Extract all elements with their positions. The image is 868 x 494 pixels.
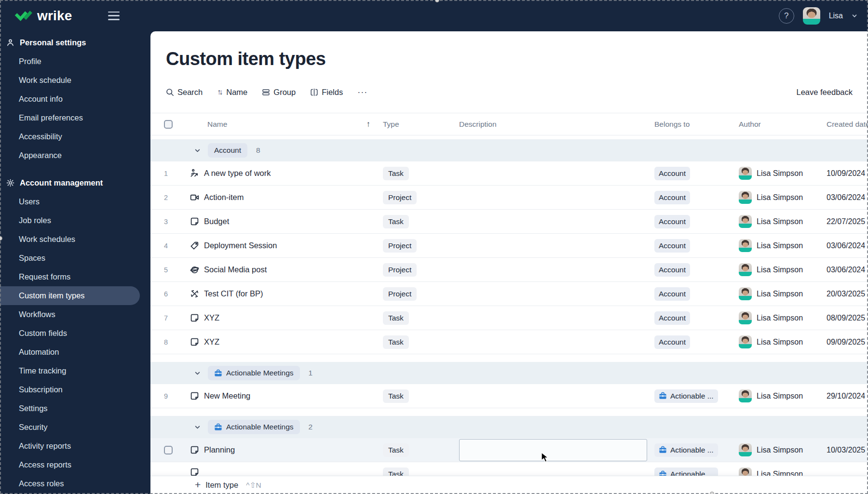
- row-created-date-cell: 03/06/2024: [827, 266, 868, 274]
- sort-ascending-icon[interactable]: ↑: [366, 120, 371, 129]
- sidebar-item-label: Work schedules: [19, 235, 75, 244]
- sidebar-item-work-schedule[interactable]: Work schedule: [0, 71, 150, 90]
- chevron-down-icon: [194, 424, 201, 430]
- table-row[interactable]: 1A new type of workTaskAccountLisa Simps…: [150, 161, 868, 186]
- sidebar-item-accessibility[interactable]: Accessibility: [0, 127, 150, 146]
- menu-icon[interactable]: [108, 12, 120, 20]
- search-button[interactable]: Search: [166, 88, 203, 97]
- type-badge: Task: [383, 443, 409, 457]
- table-row[interactable]: TaskActionable ...Lisa Simpson: [150, 462, 868, 476]
- item-name: A new type of work: [204, 169, 271, 178]
- belongs-to-chip: Account: [654, 215, 690, 228]
- sidebar-item-time-tracking[interactable]: Time tracking: [0, 361, 150, 380]
- table-row[interactable]: 8XYZTaskAccountLisa Simpson09/09/2025: [150, 330, 868, 354]
- sidebar-item-automation[interactable]: Automation: [0, 343, 150, 361]
- row-belongs-to-cell: Account: [647, 263, 732, 277]
- belongs-to-chip: Actionable ...: [654, 389, 718, 403]
- chevron-down-icon[interactable]: [852, 13, 857, 19]
- belongs-to-chip: Account: [654, 263, 690, 277]
- belongs-to-label: Account: [659, 193, 686, 202]
- row-number: 9: [164, 392, 168, 400]
- table-row[interactable]: 5Social Media postProjectAccountLisa Sim…: [150, 258, 868, 282]
- column-header-type[interactable]: Type: [383, 120, 399, 129]
- sidebar-item-custom-fields[interactable]: Custom fields: [0, 324, 150, 343]
- row-created-date-cell: 03/06/2024: [827, 193, 868, 202]
- group-button[interactable]: Group: [262, 88, 296, 97]
- sidebar-item-label: Request forms: [19, 272, 70, 281]
- sidebar-item-subscription[interactable]: Subscription: [0, 380, 150, 399]
- table-row[interactable]: 6Test CIT (for BP)ProjectAccountLisa Sim…: [150, 282, 868, 306]
- author-name: Lisa Simpson: [757, 314, 803, 322]
- person-icon: [6, 39, 14, 47]
- sidebar-item-account-info[interactable]: Account info: [0, 90, 150, 108]
- row-description-cell[interactable]: [459, 439, 647, 461]
- person-trend-icon: [190, 169, 199, 178]
- author-name: Lisa Simpson: [757, 266, 803, 274]
- more-options-button[interactable]: ···: [357, 87, 367, 97]
- page-title: Custom item types: [166, 49, 868, 69]
- sidebar-item-activity-reports[interactable]: Activity reports: [0, 437, 150, 455]
- sidebar-item-custom-item-types[interactable]: Custom item types: [0, 286, 140, 305]
- author-name: Lisa Simpson: [757, 217, 803, 226]
- sidebar-item-profile[interactable]: Profile: [0, 52, 150, 71]
- search-icon: [166, 88, 174, 96]
- sidebar-item-access-reports[interactable]: Access reports: [0, 455, 150, 474]
- sidebar-item-label: Spaces: [19, 254, 45, 263]
- item-name: XYZ: [204, 313, 219, 322]
- user-avatar[interactable]: [803, 7, 820, 25]
- note-icon: [190, 313, 199, 322]
- column-header-author[interactable]: Author: [739, 120, 761, 129]
- sidebar-item-work-schedules[interactable]: Work schedules: [0, 230, 150, 249]
- table-row[interactable]: 3BudgetTaskAccountLisa Simpson22/07/2025: [150, 210, 868, 234]
- tag-icon: [190, 241, 199, 250]
- column-header-description[interactable]: Description: [459, 120, 497, 129]
- group-chip[interactable]: Account: [208, 143, 247, 158]
- column-header-created-date[interactable]: Created date: [827, 120, 868, 129]
- sidebar-item-access-roles[interactable]: Access roles: [0, 474, 150, 493]
- column-header-name[interactable]: Name: [207, 120, 227, 129]
- fields-button[interactable]: Fields: [310, 88, 343, 97]
- sidebar-item-appearance[interactable]: Appearance: [0, 146, 150, 165]
- table-row[interactable]: 4Deployment SessionProjectAccountLisa Si…: [150, 234, 868, 258]
- author-name: Lisa Simpson: [757, 470, 803, 477]
- select-all-checkbox[interactable]: [164, 120, 173, 129]
- briefcase-icon: [659, 446, 667, 454]
- sidebar-item-request-forms[interactable]: Request forms: [0, 267, 150, 286]
- table-row[interactable]: 9New MeetingTaskActionable ...Lisa Simps…: [150, 384, 868, 408]
- author-avatar: [739, 167, 752, 180]
- group-chip[interactable]: Actionable Meetings: [208, 420, 300, 434]
- sidebar-item-label: Custom fields: [19, 329, 67, 338]
- group-chip[interactable]: Actionable Meetings: [208, 366, 300, 380]
- type-badge: Task: [383, 167, 409, 180]
- sidebar-item-workflows[interactable]: Workflows: [0, 305, 150, 324]
- table-row[interactable]: PlanningTaskActionable ...Lisa Simpson10…: [150, 438, 868, 462]
- column-header-belongs-to[interactable]: Belongs to: [654, 120, 690, 129]
- row-belongs-to-cell: Account: [647, 335, 732, 349]
- sidebar-section-personal-settings: Personal settings: [0, 33, 150, 52]
- type-badge: Project: [383, 263, 417, 277]
- sidebar-item-email-preferences[interactable]: Email preferences: [0, 108, 150, 127]
- row-created-date-cell: 10/09/2024: [827, 169, 868, 178]
- sort-button[interactable]: ↑↓ Name: [217, 88, 247, 97]
- row-author-cell: Lisa Simpson: [732, 191, 827, 204]
- marquee-handle: [710, 492, 714, 494]
- add-item-type-button[interactable]: + Item type ^⇧N: [195, 481, 261, 490]
- sidebar-item-security[interactable]: Security: [0, 418, 150, 437]
- group-row-account: Account8: [150, 139, 868, 161]
- table-row[interactable]: 7XYZTaskAccountLisa Simpson08/09/2025: [150, 306, 868, 330]
- row-checkbox[interactable]: [164, 446, 173, 454]
- sidebar-item-label: Profile: [19, 57, 41, 66]
- belongs-to-label: Account: [659, 169, 686, 178]
- help-icon[interactable]: ?: [779, 8, 794, 24]
- sidebar-item-spaces[interactable]: Spaces: [0, 249, 150, 267]
- row-name-cell: XYZ: [190, 337, 383, 347]
- wrike-logo[interactable]: wrike: [14, 8, 72, 24]
- row-type-cell: Project: [383, 263, 459, 277]
- leave-feedback-link[interactable]: Leave feedback: [796, 88, 853, 97]
- briefcase-icon: [659, 392, 667, 400]
- created-date: 20/03/2025: [827, 290, 865, 298]
- sidebar-item-users[interactable]: Users: [0, 192, 150, 211]
- sidebar-item-settings[interactable]: Settings: [0, 399, 150, 418]
- sidebar-item-job-roles[interactable]: Job roles: [0, 211, 150, 230]
- table-row[interactable]: 2Action-itemProjectAccountLisa Simpson03…: [150, 186, 868, 210]
